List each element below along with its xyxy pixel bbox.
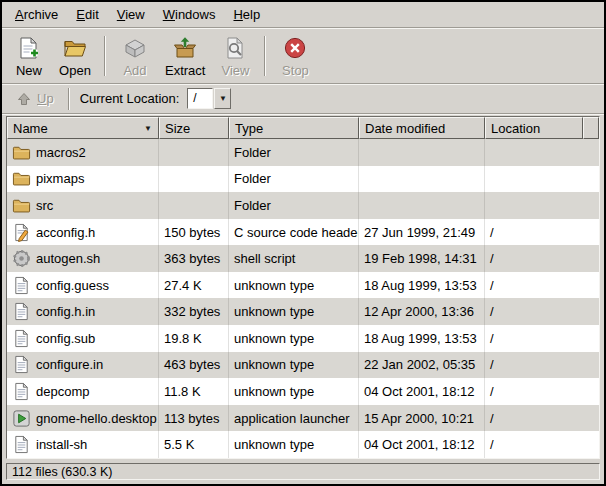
file-date-modified — [359, 166, 485, 193]
file-size: 463 bytes — [159, 352, 229, 379]
file-location — [485, 139, 599, 166]
menu-view[interactable]: View — [108, 3, 154, 26]
sort-indicator-icon[interactable]: ▼ — [143, 124, 153, 133]
file-size: 5.5 K — [159, 431, 229, 458]
file-date-modified: 15 Apr 2000, 10:21 — [359, 405, 485, 432]
stop-icon — [283, 36, 307, 60]
up-button: Up — [8, 88, 62, 110]
column-header-type[interactable]: Type — [229, 117, 359, 139]
source-header-icon — [12, 223, 31, 242]
launcher-icon — [12, 409, 31, 428]
menu-windows[interactable]: Windows — [154, 3, 225, 26]
file-type: unknown type — [229, 298, 359, 325]
file-size: 19.8 K — [159, 325, 229, 352]
new-button-label: New — [16, 63, 42, 78]
file-date-modified — [359, 139, 485, 166]
toolbar-separator — [104, 36, 106, 76]
file-name: acconfig.h — [36, 225, 95, 240]
column-header-location-label: Location — [491, 121, 540, 136]
table-row[interactable]: src Folder — [7, 192, 599, 219]
file-size: 11.8 K — [159, 378, 229, 405]
current-location-label: Current Location: — [80, 91, 180, 106]
file-type: Folder — [229, 192, 359, 219]
file-icon — [12, 329, 31, 348]
column-header-type-label: Type — [235, 121, 263, 136]
view-button: View — [212, 32, 258, 80]
table-row[interactable]: config.guess 27.4 K unknown type 18 Aug … — [7, 272, 599, 299]
file-type: C source code header — [229, 219, 359, 246]
file-type: unknown type — [229, 272, 359, 299]
column-header-name-label: Name — [13, 121, 48, 136]
table-row[interactable]: autogen.sh 363 bytes shell script 19 Feb… — [7, 245, 599, 272]
chevron-down-icon: ▼ — [219, 95, 227, 103]
file-location — [485, 166, 599, 193]
extract-button[interactable]: Extract — [158, 32, 212, 80]
file-location: / — [485, 325, 599, 352]
file-name: src — [36, 198, 53, 213]
table-row[interactable]: pixmaps Folder — [7, 166, 599, 193]
file-date-modified — [359, 192, 485, 219]
file-size: 150 bytes — [159, 219, 229, 246]
menu-edit[interactable]: Edit — [67, 3, 107, 26]
file-size — [159, 166, 229, 193]
folder-icon — [12, 196, 31, 215]
file-type: Folder — [229, 139, 359, 166]
file-date-modified: 18 Aug 1999, 13:53 — [359, 272, 485, 299]
column-header-location[interactable]: Location — [485, 117, 583, 139]
menu-help[interactable]: Help — [224, 3, 269, 26]
extract-icon — [173, 36, 197, 60]
status-bar: 112 files (630.3 K) — [2, 461, 604, 484]
location-combo-value[interactable]: / — [187, 88, 213, 109]
file-location: / — [485, 219, 599, 246]
table-row[interactable]: macros2 Folder — [7, 139, 599, 166]
table-row[interactable]: gnome-hello.desktop 113 bytes applicatio… — [7, 405, 599, 432]
table-header: Name ▼ Size Type Date modified Location — [7, 117, 599, 139]
file-type: application launcher — [229, 405, 359, 432]
file-name: install-sh — [36, 437, 87, 452]
file-icon — [12, 355, 31, 374]
column-header-date-modified-label: Date modified — [365, 121, 445, 136]
file-date-modified: 22 Jan 2002, 05:35 — [359, 352, 485, 379]
file-date-modified: 18 Aug 1999, 13:53 — [359, 325, 485, 352]
menu-bar: Archive Edit View Windows Help — [2, 2, 604, 28]
file-type: shell script — [229, 245, 359, 272]
column-header-name[interactable]: Name ▼ — [7, 117, 159, 139]
folder-icon — [12, 143, 31, 162]
file-date-modified: 19 Feb 1998, 14:31 — [359, 245, 485, 272]
column-header-size[interactable]: Size — [159, 117, 229, 139]
new-button[interactable]: New — [6, 32, 52, 80]
file-name: gnome-hello.desktop — [36, 411, 157, 426]
table-row[interactable]: depcomp 11.8 K unknown type 04 Oct 2001,… — [7, 378, 599, 405]
file-date-modified: 12 Apr 2000, 13:36 — [359, 298, 485, 325]
file-name: config.guess — [36, 278, 109, 293]
file-name: pixmaps — [36, 171, 84, 186]
column-header-filler — [583, 117, 599, 139]
file-date-modified: 04 Oct 2001, 18:12 — [359, 378, 485, 405]
column-header-size-label: Size — [165, 121, 190, 136]
location-bar: Up Current Location: / ▼ — [2, 84, 604, 114]
file-name: autogen.sh — [36, 251, 100, 266]
extract-button-label: Extract — [165, 63, 205, 78]
file-name: config.h.in — [36, 304, 95, 319]
table-row[interactable]: config.h.in 332 bytes unknown type 12 Ap… — [7, 298, 599, 325]
table-body: macros2 Folder pixmaps Folder src Folder… — [7, 139, 599, 458]
table-row[interactable]: config.sub 19.8 K unknown type 18 Aug 19… — [7, 325, 599, 352]
file-type: unknown type — [229, 325, 359, 352]
table-row[interactable]: configure.in 463 bytes unknown type 22 J… — [7, 352, 599, 379]
location-combo-dropdown-button[interactable]: ▼ — [214, 88, 231, 109]
file-location: / — [485, 298, 599, 325]
open-button[interactable]: Open — [52, 32, 98, 80]
menu-archive[interactable]: Archive — [6, 3, 67, 26]
file-type: Folder — [229, 166, 359, 193]
file-date-modified: 04 Oct 2001, 18:12 — [359, 431, 485, 458]
column-header-date-modified[interactable]: Date modified — [359, 117, 485, 139]
file-location: / — [485, 431, 599, 458]
view-button-label: View — [221, 63, 249, 78]
up-arrow-icon — [16, 91, 32, 107]
file-name: config.sub — [36, 331, 95, 346]
table-row[interactable]: install-sh 5.5 K unknown type 04 Oct 200… — [7, 431, 599, 458]
file-icon — [12, 276, 31, 295]
status-panel: 112 files (630.3 K) — [6, 463, 600, 480]
table-row[interactable]: acconfig.h 150 bytes C source code heade… — [7, 219, 599, 246]
file-size — [159, 192, 229, 219]
